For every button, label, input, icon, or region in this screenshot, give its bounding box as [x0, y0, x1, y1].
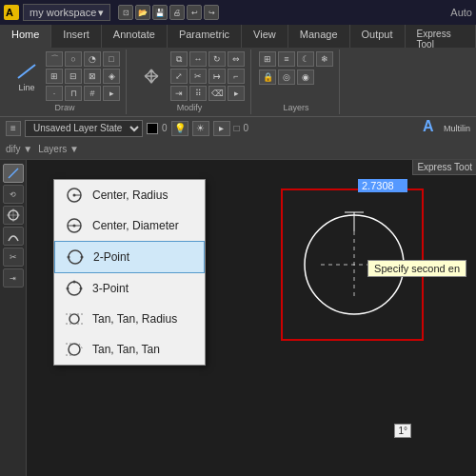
save-btn[interactable]: 💾: [152, 5, 168, 20]
svg-point-20: [69, 314, 79, 324]
table-btn[interactable]: #: [84, 86, 101, 101]
circle-dropdown-menu[interactable]: Center, Radius Center, Diameter 2-Point: [53, 179, 206, 366]
tab-home[interactable]: Home: [0, 25, 51, 48]
layer-off-btn[interactable]: ☾: [297, 51, 314, 67]
undo-btn[interactable]: ↩: [187, 5, 202, 20]
ribbon-group-layers: ⊞ ≡ ☾ ❄ 🔒 ◎ ◉ Layers: [253, 50, 340, 114]
center-diameter-label: Center, Diameter: [92, 219, 179, 232]
mirror-btn[interactable]: ⇔: [228, 51, 245, 67]
menu-item-center-diameter[interactable]: Center, Diameter: [54, 210, 205, 241]
layer-uiso-btn[interactable]: ◉: [297, 69, 314, 85]
tan-tan-tan-label: Tan, Tan, Tan: [92, 343, 160, 356]
tab-manage[interactable]: Manage: [288, 25, 350, 48]
menu-item-tan-tan-tan[interactable]: Tan, Tan, Tan: [54, 334, 205, 365]
hatch-btn[interactable]: ⊞: [46, 69, 63, 84]
lightbulb-icon[interactable]: 💡: [171, 121, 188, 136]
menu-item-center-radius[interactable]: Center, Radius: [54, 180, 205, 210]
rotate-btn[interactable]: ↻: [208, 51, 226, 67]
tab-view[interactable]: View: [242, 25, 288, 48]
svg-point-16: [68, 282, 81, 295]
tab-annotate[interactable]: Annotate: [102, 25, 168, 48]
plot-btn[interactable]: 🖨: [169, 5, 185, 20]
line-label: Line: [18, 83, 34, 92]
move-icon: [140, 65, 163, 88]
fillet-btn[interactable]: ⌐: [228, 69, 245, 84]
workspace-selector[interactable]: my workspace ▾: [23, 4, 110, 21]
center-radius-label: Center, Radius: [92, 188, 168, 202]
color-swatch: [147, 123, 158, 134]
layer-lock-btn[interactable]: 🔒: [259, 69, 276, 85]
dimension-input[interactable]: 2.7308: [358, 179, 407, 192]
tan-tan-radius-icon: [64, 308, 85, 329]
erase-btn[interactable]: ⌫: [208, 86, 226, 101]
draw-label: Draw: [54, 101, 74, 112]
offset-btn[interactable]: ⇥: [170, 86, 188, 101]
extend-btn[interactable]: ↦: [208, 69, 226, 84]
line-tool-btn[interactable]: [3, 164, 24, 183]
title-bar: A my workspace ▾ ⊡ 📂 💾 🖨 ↩ ↪ Auto: [0, 0, 476, 25]
lineweight-val: 0: [244, 123, 249, 133]
prop-right-icon: A: [421, 119, 440, 138]
layer-btns2: 🔒 ◎ ◉: [259, 69, 333, 85]
svg-text:A: A: [423, 119, 434, 134]
layer-state-dropdown[interactable]: Unsaved Layer State: [25, 120, 143, 137]
wipeout-btn[interactable]: ⊓: [65, 86, 82, 101]
ribbon-row-modify: ⧉ ↔ ↻ ⇔ ⤢ ✂ ↦ ⌐ ⇥ ⠿ ⌫ ▸: [134, 51, 245, 101]
tab-express[interactable]: Express Tool: [406, 25, 476, 48]
lineweight-label: 0: [162, 123, 168, 133]
menu-item-tan-tan-radius[interactable]: Tan, Tan, Radius: [54, 304, 205, 334]
tan-tan-radius-label: Tan, Tan, Radius: [92, 312, 177, 326]
new-btn[interactable]: ⊡: [118, 5, 133, 20]
3point-icon: [64, 278, 85, 299]
layer-match-btn[interactable]: ≡: [278, 51, 295, 67]
rect-btn[interactable]: □: [103, 51, 120, 67]
polyline-btn[interactable]: ⌒: [46, 51, 63, 67]
xref-btn[interactable]: ⟲: [3, 185, 24, 204]
point-btn[interactable]: ·: [46, 86, 63, 101]
circle-tool-btn[interactable]: [3, 206, 24, 225]
gradient-btn[interactable]: ⊟: [65, 69, 82, 84]
layers-bar: dify ▼ Layers ▼: [0, 139, 476, 160]
menu-item-2point[interactable]: 2-Point: [54, 241, 205, 273]
3point-label: 3-Point: [92, 282, 129, 295]
center-diameter-icon: [64, 215, 85, 236]
region-btn[interactable]: ◈: [103, 69, 120, 84]
open-btn[interactable]: 📂: [135, 5, 150, 20]
line-button[interactable]: Line: [10, 58, 44, 94]
center-radius-icon: [64, 185, 85, 206]
title-btn-row: ⊡ 📂 💾 🖨 ↩ ↪: [118, 5, 219, 20]
menu-item-3point[interactable]: 3-Point: [54, 273, 205, 304]
canvas-area[interactable]: Center, Radius Center, Diameter 2-Point: [27, 160, 476, 476]
svg-point-14: [68, 256, 70, 259]
circle-btn[interactable]: ○: [65, 51, 82, 67]
copy-btn[interactable]: ⧉: [170, 51, 188, 67]
tab-parametric[interactable]: Parametric: [168, 25, 242, 48]
layer-iso-btn[interactable]: ◎: [278, 69, 295, 85]
boundary-btn[interactable]: ⊠: [84, 69, 101, 84]
redo-btn[interactable]: ↪: [204, 5, 219, 20]
stretch-btn[interactable]: ↔: [189, 51, 207, 67]
workspace-label: my workspace: [30, 7, 96, 18]
move-button[interactable]: [134, 63, 169, 89]
svg-point-23: [69, 344, 80, 355]
arc-tool-btn[interactable]: [3, 227, 24, 246]
arc-btn[interactable]: ◔: [84, 51, 101, 67]
tab-insert[interactable]: Insert: [51, 25, 102, 48]
layer-props-btn[interactable]: ⊞: [259, 51, 276, 67]
trim-btn[interactable]: ✂: [189, 69, 207, 84]
small-draw-btns-bot: ⊞ ⊟ ⊠ ◈: [46, 69, 120, 84]
array-btn[interactable]: ⠿: [189, 86, 207, 101]
tab-output[interactable]: Output: [350, 25, 406, 48]
trim-tool-btn[interactable]: ✂: [3, 248, 24, 267]
more-draw-btn[interactable]: ▸: [103, 86, 120, 101]
scale-btn[interactable]: ⤢: [170, 69, 188, 84]
svg-point-18: [80, 288, 83, 290]
svg-line-3: [9, 169, 18, 178]
layer-freeze-btn[interactable]: ❄: [316, 51, 333, 67]
offset-tool-btn[interactable]: ⇥: [3, 268, 24, 288]
svg-point-19: [73, 281, 76, 284]
tooltip-text: Specify second en: [374, 263, 460, 274]
more-mod-btn[interactable]: ▸: [228, 86, 245, 101]
prop-more-btn[interactable]: ▸: [213, 121, 230, 136]
sun-icon[interactable]: ☀: [192, 121, 209, 136]
